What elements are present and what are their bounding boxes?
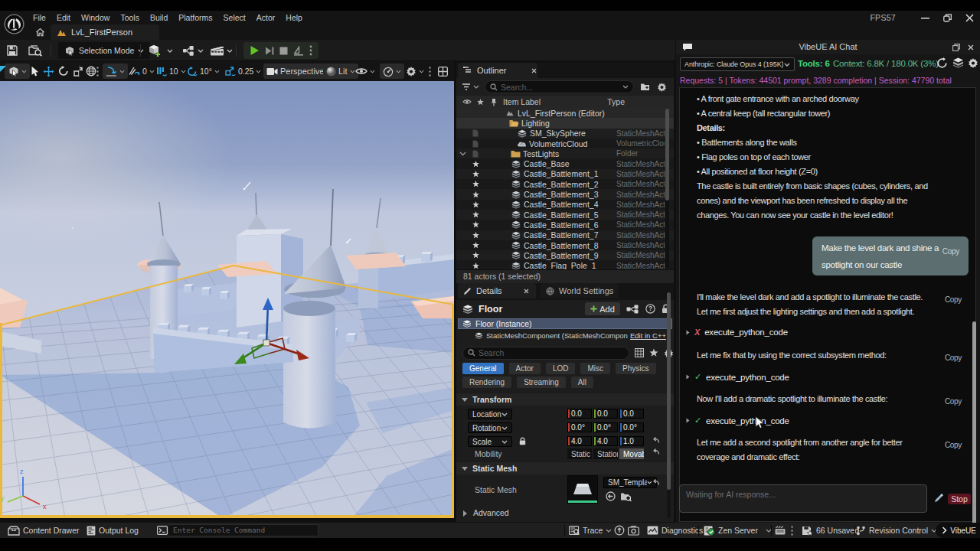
column-item-label[interactable]: Item Label [503, 97, 541, 106]
star-icon[interactable] [472, 242, 479, 249]
skip-frame-icon[interactable] [265, 46, 274, 56]
save-icon[interactable] [6, 42, 18, 59]
viewport-options-dots[interactable] [429, 64, 431, 79]
zen-server-dropdown[interactable]: Zen Server [704, 523, 772, 538]
menu-platforms[interactable]: Platforms [173, 11, 217, 24]
star-icon[interactable] [472, 161, 479, 168]
browse-to-asset-icon[interactable] [620, 491, 632, 501]
chevron-down-icon[interactable] [227, 42, 233, 59]
rotation-vz-field[interactable]: 0.0° [619, 422, 644, 432]
outliner-row[interactable]: LvL_FirstPerson (Editor) [456, 108, 674, 118]
surface-snapping[interactable] [103, 64, 128, 79]
selection-mode-dropdown[interactable]: Selection Mode [58, 42, 150, 59]
scale-dropdown[interactable]: Scale [468, 436, 512, 447]
star-icon[interactable] [472, 262, 479, 269]
rotate-tool[interactable] [58, 64, 69, 79]
play-options-dots-icon[interactable] [309, 45, 312, 56]
menu-edit[interactable]: Edit [51, 11, 76, 24]
visibility-eye-icon[interactable] [462, 99, 472, 105]
chat-tool-call[interactable]: ✓execute_python_code [686, 416, 789, 425]
filter-chip-all[interactable]: All [571, 377, 593, 388]
content-browser-icon[interactable] [28, 42, 43, 59]
filter-chip-rendering[interactable]: Rendering [462, 377, 511, 388]
edit-in-cpp-link[interactable]: Edit in C++ [630, 331, 666, 340]
rotation-dropdown[interactable]: Rotation [468, 422, 512, 433]
filter-chip-physics[interactable]: Physics [616, 363, 655, 374]
chat-tool-call[interactable]: ✓execute_python_code [686, 372, 789, 382]
unreal-engine-logo[interactable] [3, 13, 25, 35]
star-icon[interactable] [472, 252, 479, 259]
mobility-movable[interactable]: Movable [619, 448, 644, 459]
location-vz-field[interactable]: 0.0 [619, 409, 644, 419]
expander-chevron-icon[interactable] [459, 152, 466, 156]
menu-build[interactable]: Build [145, 11, 173, 24]
outliner-row[interactable]: Castle_Battlement_4StaticMeshActor [456, 200, 674, 210]
outliner-row[interactable]: Castle_Battlement_3StaticMeshActor [456, 189, 674, 199]
select-tool[interactable] [31, 64, 39, 79]
transform-section-header[interactable]: Transform [456, 393, 674, 406]
vibeue-status-button[interactable]: VibeUE [936, 523, 980, 538]
static-mesh-thumbnail[interactable] [567, 475, 598, 504]
cinematics-icon[interactable] [210, 42, 225, 59]
console-command-input[interactable]: Enter Console Command [168, 524, 318, 536]
new-folder-icon[interactable] [640, 83, 651, 91]
chat-message-area[interactable]: • A front gate entrance with an arched d… [679, 87, 976, 522]
chevron-down-icon[interactable] [167, 42, 173, 59]
close-icon[interactable] [531, 68, 537, 73]
refresh-icon[interactable] [936, 57, 948, 69]
outliner-search-input[interactable]: Search... [485, 80, 634, 93]
outliner-row[interactable]: Castle_Battlement_2StaticMeshActor [456, 179, 674, 189]
use-selected-asset-icon[interactable] [606, 491, 616, 501]
outliner-row[interactable]: Castle_BaseStaticMeshActor [456, 158, 674, 168]
mobility-static[interactable]: Static [567, 448, 592, 459]
show-flags-menu[interactable] [355, 64, 375, 79]
filter-chip-actor[interactable]: Actor [509, 363, 541, 374]
scale-lock-icon[interactable] [519, 437, 526, 445]
restore-icon[interactable] [943, 14, 952, 22]
grid-snapping[interactable]: 10 [156, 64, 186, 79]
eject-icon[interactable] [293, 46, 304, 56]
outliner-row[interactable]: Castle_Battlement_8StaticMeshActor [456, 240, 674, 250]
star-icon[interactable] [472, 221, 479, 228]
static-mesh-dropdown[interactable]: SM_Template [603, 477, 657, 488]
scale-vy-field[interactable]: 4.0 [593, 436, 618, 446]
play-icon[interactable] [250, 45, 260, 56]
outliner-row[interactable]: SM_SkySphereStaticMeshActor [456, 129, 674, 139]
transform-tool-menu[interactable] [5, 64, 30, 79]
chevron-down-icon[interactable] [198, 42, 204, 59]
content-drawer-button[interactable]: Content Drawer [8, 523, 80, 538]
rotation-vy-field[interactable]: 0.0° [593, 422, 618, 432]
model-selector-dropdown[interactable]: Anthropic: Claude Opus 4 (195K) [680, 57, 795, 71]
display-grid-icon[interactable] [635, 348, 644, 357]
copy-button[interactable]: Copy [945, 394, 962, 409]
copy-button[interactable]: Copy [945, 292, 962, 307]
add-actor-icon[interactable] [148, 42, 163, 59]
camera-speed-menu[interactable] [380, 64, 404, 79]
filter-chip-misc[interactable]: Misc [580, 363, 610, 374]
filter-chip-lod[interactable]: LOD [546, 363, 576, 374]
rotation-vx-field[interactable]: 0.0° [567, 422, 592, 432]
screenshot-button[interactable] [628, 523, 639, 538]
stop-icon[interactable] [279, 47, 288, 55]
outliner-scrollbar[interactable] [665, 109, 669, 268]
menu-file[interactable]: File [28, 11, 51, 24]
minimize-icon[interactable] [921, 14, 929, 22]
close-icon[interactable] [965, 14, 974, 22]
menu-window[interactable]: Window [76, 11, 115, 24]
quad-view-toggle[interactable] [438, 64, 448, 79]
chevron-down-icon[interactable] [473, 85, 479, 89]
tab-details[interactable]: Details [458, 283, 536, 298]
menu-actor[interactable]: Actor [251, 11, 281, 24]
export-box-icon[interactable] [952, 57, 964, 68]
outliner-row[interactable]: TestLightsFolder [456, 148, 674, 158]
menu-tools[interactable]: Tools [115, 11, 145, 24]
copy-button[interactable]: Copy [945, 438, 962, 452]
details-scrollbar[interactable] [667, 292, 671, 518]
filter-icon[interactable] [462, 83, 471, 91]
advanced-row[interactable]: Advanced [456, 507, 674, 519]
pin-icon[interactable] [491, 98, 497, 106]
insights-button[interactable] [614, 523, 625, 538]
unsaved-button[interactable]: 66 Unsaved [802, 523, 859, 538]
view-mode-menu[interactable]: Lit [323, 64, 358, 79]
derived-data-button[interactable] [775, 523, 786, 538]
